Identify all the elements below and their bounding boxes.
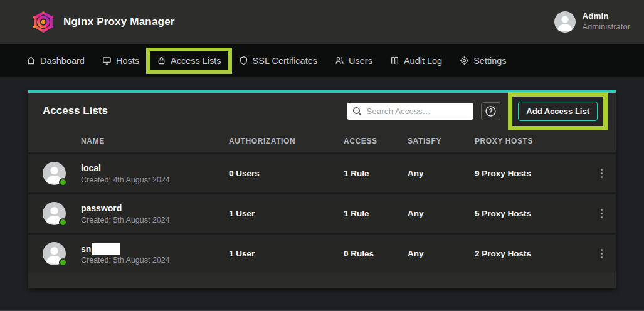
help-button[interactable]: ?: [481, 102, 500, 120]
cell-access: 0 Rules: [344, 249, 408, 258]
user-menu[interactable]: Admin Administrator: [554, 11, 630, 33]
nav-item-label: Access Lists: [171, 56, 221, 66]
access-lists-panel: Access Lists ? Add Access List NAME AUTH…: [28, 90, 616, 288]
cell-satisfy: Any: [408, 249, 475, 258]
nav-item-audit-log[interactable]: Audit Log: [390, 56, 442, 66]
npm-logo-icon: [31, 10, 55, 34]
book-icon: [390, 56, 399, 65]
search-icon: [352, 106, 362, 117]
nav-item-label: Hosts: [116, 56, 139, 66]
access-list-created: Created: 5th August 2024: [81, 216, 229, 224]
row-actions-menu-icon[interactable]: [594, 205, 608, 223]
help-icon: ?: [485, 105, 497, 117]
gear-icon: [460, 56, 469, 65]
search-input[interactable]: [347, 103, 473, 120]
cell-proxy-hosts: 5 Proxy Hosts: [475, 209, 594, 218]
home-icon: [26, 56, 36, 65]
cell-proxy-hosts: 9 Proxy Hosts: [475, 169, 594, 178]
status-online-dot: [59, 218, 67, 226]
access-list-name: sn: [81, 243, 229, 255]
table-row[interactable]: local Created: 4th August 2024 0 Users 1…: [28, 152, 616, 192]
nav-item-label: SSL Certificates: [253, 56, 317, 66]
cell-access: 1 Rule: [344, 169, 408, 178]
svg-text:?: ?: [489, 108, 493, 115]
monitor-icon: [102, 56, 112, 65]
column-header-authorization: AUTHORIZATION: [229, 137, 344, 145]
row-actions-menu-icon[interactable]: [594, 245, 608, 263]
user-avatar: [554, 11, 576, 33]
column-header-proxy-hosts: PROXY HOSTS: [475, 137, 594, 145]
access-list-created: Created: 4th August 2024: [81, 176, 229, 184]
panel-header: Access Lists ? Add Access List: [28, 93, 616, 129]
panel-title: Access Lists: [43, 105, 108, 117]
nav-item-label: Settings: [473, 56, 506, 66]
nav-item-dashboard[interactable]: Dashboard: [26, 56, 85, 66]
column-header-name: NAME: [81, 137, 229, 145]
column-header-access: ACCESS: [344, 137, 408, 145]
lock-icon: [157, 56, 166, 65]
nav-item-hosts[interactable]: Hosts: [102, 56, 139, 66]
status-online-dot: [59, 178, 67, 186]
annotation-box-access-lists: Access Lists: [146, 48, 232, 74]
app-title: Nginx Proxy Manager: [63, 16, 175, 28]
shield-icon: [239, 56, 248, 65]
redaction-box: [92, 243, 120, 255]
cell-access: 1 Rule: [344, 209, 408, 218]
nav-item-access-lists[interactable]: Access Lists: [157, 56, 221, 66]
cell-satisfy: Any: [408, 209, 475, 218]
users-icon: [335, 56, 344, 65]
nav-item-label: Dashboard: [40, 56, 85, 66]
access-list-created: Created: 5th August 2024: [81, 256, 229, 265]
cell-authorization: 1 User: [229, 249, 344, 258]
nav-item-label: Users: [349, 56, 372, 66]
main-nav: Dashboard Hosts Access Lists SSL Certifi…: [0, 44, 644, 77]
user-name: Admin: [582, 11, 630, 22]
search-box: [347, 103, 473, 120]
cell-authorization: 1 User: [229, 209, 344, 218]
row-avatar: [43, 242, 66, 265]
table-row[interactable]: password Created: 5th August 2024 1 User…: [28, 192, 616, 233]
nav-item-settings[interactable]: Settings: [460, 56, 506, 66]
column-header-satisfy: SATISFY: [408, 137, 475, 145]
status-online-dot: [59, 258, 67, 266]
app-header: Nginx Proxy Manager Admin Administrator: [0, 0, 644, 44]
access-list-name: password: [81, 203, 229, 214]
row-actions-menu-icon[interactable]: [594, 165, 608, 182]
table-row[interactable]: sn Created: 5th August 2024 1 User 0 Rul…: [28, 233, 616, 273]
user-role: Administrator: [582, 22, 630, 32]
nav-item-users[interactable]: Users: [335, 56, 372, 66]
nav-item-ssl-certificates[interactable]: SSL Certificates: [239, 56, 317, 66]
nav-item-label: Audit Log: [404, 56, 442, 66]
annotation-box-add-access-list: Add Access List: [508, 92, 608, 130]
cell-satisfy: Any: [408, 169, 475, 178]
cell-proxy-hosts: 2 Proxy Hosts: [475, 249, 594, 258]
row-avatar: [43, 202, 66, 225]
row-avatar: [43, 162, 66, 185]
add-access-list-button[interactable]: Add Access List: [518, 102, 598, 121]
table-header-row: NAME AUTHORIZATION ACCESS SATISFY PROXY …: [28, 129, 616, 152]
cell-authorization: 0 Users: [229, 169, 344, 178]
access-list-name: local: [81, 162, 229, 174]
